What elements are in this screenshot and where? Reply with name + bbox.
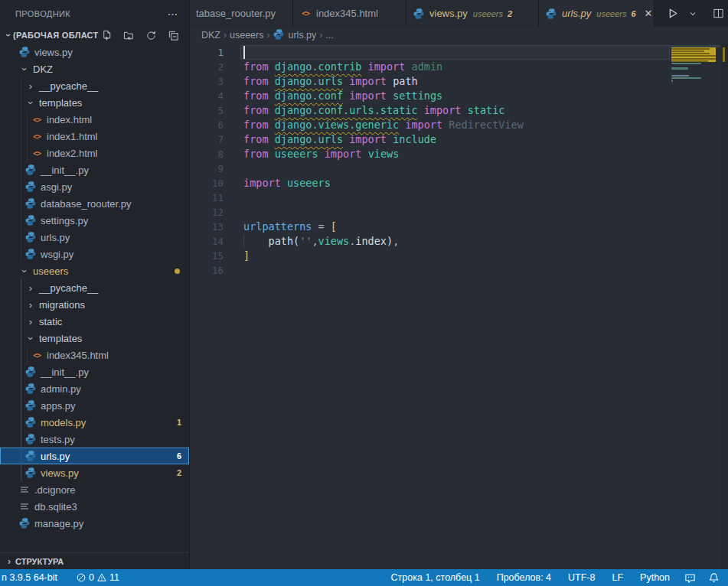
code-token [462, 104, 468, 116]
indent-guide [21, 363, 21, 380]
collapse-all-button[interactable] [165, 28, 181, 43]
breadcrumb-item-...[interactable]: ... [325, 30, 333, 41]
line-content: from django.urls import include [240, 132, 670, 147]
tree-item-useeers[interactable]: ›useeers [0, 262, 189, 279]
indent-guide [21, 330, 21, 347]
refresh-button[interactable] [143, 28, 159, 43]
python-icon [24, 450, 37, 462]
chevron-down-icon [688, 9, 697, 18]
list-icon [18, 500, 31, 513]
breadcrumb-item-DKZ[interactable]: DKZ [201, 30, 220, 41]
breadcrumb-item-useeers[interactable]: useeers [230, 30, 263, 41]
tree-item-wsgi.py[interactable]: wsgi.py [0, 246, 189, 262]
warning-underlined-token: django.urls [275, 133, 343, 145]
code-editor[interactable]: 12from django.contrib import admin3from … [190, 44, 728, 569]
tree-item-__pycache__[interactable]: ›__pycache__ [0, 279, 189, 296]
tree-item-label: templates [39, 333, 82, 344]
tree-item-__pycache__[interactable]: ›__pycache__ [0, 77, 189, 94]
workspace-section-header[interactable]: › (РАБОЧАЯ ОБЛАСТЬ) ... [0, 27, 189, 44]
tree-item-settings.py[interactable]: settings.py [0, 212, 189, 229]
breadcrumb-item-urls.py[interactable]: urls.py [273, 28, 316, 43]
tree-item-DKZ[interactable]: ›DKZ [0, 60, 189, 77]
tree-item-tests.py[interactable]: tests.py [0, 431, 189, 448]
feedback-icon [684, 572, 696, 584]
status-encoding[interactable]: UTF-8 [562, 569, 601, 586]
tree-item-index2.html[interactable]: <>index2.html [0, 145, 189, 161]
tree-item-label: tests.py [41, 434, 75, 445]
html-icon: <> [33, 132, 41, 141]
indent-guide [21, 94, 21, 111]
feedback-button[interactable] [681, 569, 700, 586]
tree-item-index1.html[interactable]: <>index1.html [0, 128, 189, 145]
status-eol[interactable]: LF [606, 569, 629, 586]
html-icon: <> [302, 9, 309, 18]
run-button[interactable] [664, 5, 681, 21]
minimap[interactable] [670, 45, 720, 569]
indent-guide [27, 145, 28, 161]
run-dropdown-button[interactable] [686, 8, 700, 20]
tree-item-label: __init__.py [41, 366, 89, 378]
code-line-5: 5from django.conf.urls.static import sta… [190, 103, 728, 118]
code-token: import [325, 148, 362, 160]
bell-icon [708, 572, 720, 584]
line-number: 9 [190, 161, 224, 176]
workspace-label: (РАБОЧАЯ ОБЛАСТЬ) ... [13, 31, 99, 40]
close-icon[interactable]: ✕ [643, 7, 655, 20]
tree-item-label: admin.py [41, 383, 81, 395]
tree-item-index.html[interactable]: <>index.html [0, 111, 189, 128]
tree-item-templates[interactable]: ›templates [0, 330, 189, 347]
tree-item-__init__.py[interactable]: __init__.py [0, 161, 189, 178]
new-file-button[interactable] [99, 28, 115, 43]
tree-item-manage.py[interactable]: manage.py [0, 515, 189, 532]
minimap-line-mark [671, 58, 716, 60]
more-actions-icon[interactable]: ⋯ [165, 8, 181, 20]
code-token [418, 104, 424, 116]
code-line-13: 13urlpatterns = [ [190, 220, 728, 234]
tab-urls.py[interactable]: urls.pyuseeers6✕ [539, 0, 655, 27]
tree-item-urls.py[interactable]: urls.py6 [0, 448, 189, 464]
tree-item-urls.py[interactable]: urls.py [0, 229, 189, 246]
tree-item-asgi.py[interactable]: asgi.py [0, 178, 189, 195]
tree-item-db.sqlite3[interactable]: db.sqlite3 [0, 498, 189, 515]
status-problems[interactable]: 011 [72, 569, 123, 586]
code-token [269, 60, 275, 73]
tree-item-migrations[interactable]: ›migrations [0, 296, 189, 313]
breadcrumb: DKZ›useeers›urls.py›... [190, 27, 728, 44]
indent-guide [21, 178, 21, 195]
tab-label: index345.html [316, 8, 378, 19]
status-indentation[interactable]: Пробелов: 4 [491, 569, 557, 586]
status-language[interactable]: Python [634, 569, 676, 586]
code-token: import [243, 177, 281, 189]
split-editor-button[interactable] [710, 6, 726, 21]
tree-item-models.py[interactable]: models.py1 [0, 414, 189, 431]
tab-description: useeers [473, 9, 503, 18]
tree-item-__init__.py[interactable]: __init__.py [0, 363, 189, 380]
tree-item-.dcignore[interactable]: .dcignore [0, 481, 189, 498]
tree-item-apps.py[interactable]: apps.py [0, 397, 189, 414]
minimap-line-mark [671, 75, 689, 77]
outline-section-header[interactable]: › СТРУКТУРА [0, 552, 189, 569]
code-token: RedirectView [449, 119, 524, 131]
tree-item-static[interactable]: ›static [0, 313, 189, 330]
line-number: 13 [190, 220, 224, 234]
code-token [269, 75, 275, 87]
tree-item-templates[interactable]: ›templates [0, 94, 189, 111]
chevron-down-icon: › [20, 265, 30, 277]
tab-label: tabase_roouter.py [196, 8, 276, 19]
line-number: 7 [190, 132, 224, 147]
tab-tabase_roouter.py[interactable]: tabase_roouter.py [190, 0, 293, 27]
tab-index345.html[interactable]: <>index345.html [293, 0, 406, 27]
tree-item-index345.html[interactable]: <>index345.html [0, 347, 189, 363]
indent-guide [21, 448, 21, 464]
tree-item-admin.py[interactable]: admin.py [0, 380, 189, 397]
tree-item-database_roouter.py[interactable]: database_roouter.py [0, 195, 189, 212]
status-cursor-position[interactable]: Строка 1, столбец 1 [385, 569, 486, 586]
tree-item-views.py[interactable]: views.py2 [0, 464, 189, 481]
new-folder-button[interactable] [121, 28, 137, 43]
tree-item-views.py[interactable]: views.py [0, 44, 189, 60]
scrollbar[interactable] [720, 44, 728, 569]
notifications-bell-button[interactable] [704, 569, 723, 586]
breadcrumb-label: urls.py [288, 30, 316, 41]
status-interpreter[interactable]: n 3.9.5 64-bit [0, 569, 61, 586]
tab-views.py[interactable]: views.pyuseeers2 [406, 0, 539, 27]
